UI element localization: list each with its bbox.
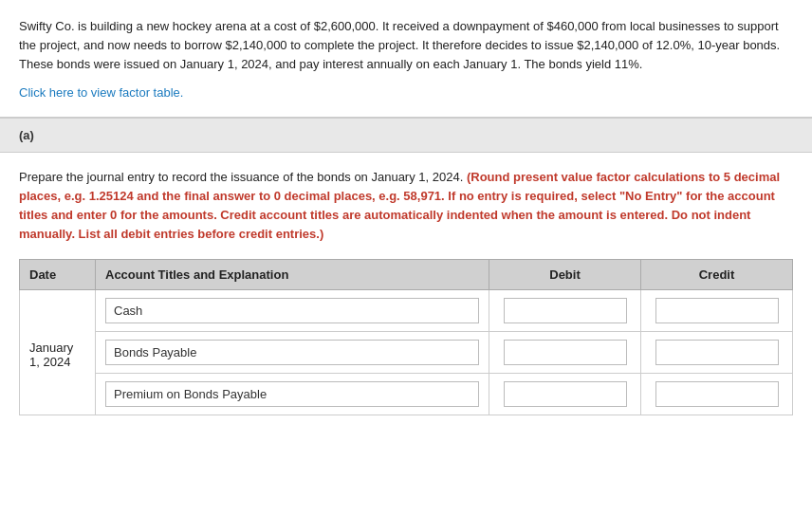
debit-cell [489, 374, 641, 415]
account-input[interactable] [105, 340, 479, 365]
credit-cell [641, 374, 793, 415]
instructions-normal: Prepare the journal entry to record the … [19, 170, 463, 184]
credit-input[interactable] [655, 381, 779, 407]
credit-input[interactable] [655, 340, 779, 365]
instructions: Prepare the journal entry to record the … [19, 168, 793, 245]
header-debit: Debit [489, 260, 641, 290]
debit-cell [489, 332, 641, 374]
part-content: Prepare the journal entry to record the … [0, 153, 812, 432]
table-row [20, 374, 793, 415]
debit-cell [489, 290, 641, 332]
account-input[interactable] [105, 381, 479, 407]
intro-section: Swifty Co. is building a new hockey aren… [0, 0, 812, 118]
debit-input[interactable] [504, 340, 627, 365]
credit-input[interactable] [655, 298, 779, 323]
intro-text: Swifty Co. is building a new hockey aren… [19, 17, 793, 74]
header-account: Account Titles and Explanation [96, 260, 489, 290]
account-cell [96, 332, 489, 374]
table-row: January 1, 2024 [20, 290, 793, 332]
table-row [20, 332, 793, 374]
date-cell: January 1, 2024 [20, 290, 96, 415]
journal-table: Date Account Titles and Explanation Debi… [19, 259, 793, 415]
debit-input[interactable] [504, 381, 627, 407]
debit-input[interactable] [504, 298, 627, 323]
credit-cell [641, 290, 793, 332]
header-credit: Credit [641, 260, 793, 290]
account-cell [96, 374, 489, 415]
header-date: Date [20, 260, 96, 290]
account-cell [96, 290, 489, 332]
credit-cell [641, 332, 793, 374]
account-input[interactable] [105, 298, 479, 323]
factor-table-link[interactable]: Click here to view factor table. [19, 83, 183, 102]
section-label-bar: (a) [0, 118, 812, 153]
section-label: (a) [19, 128, 34, 142]
